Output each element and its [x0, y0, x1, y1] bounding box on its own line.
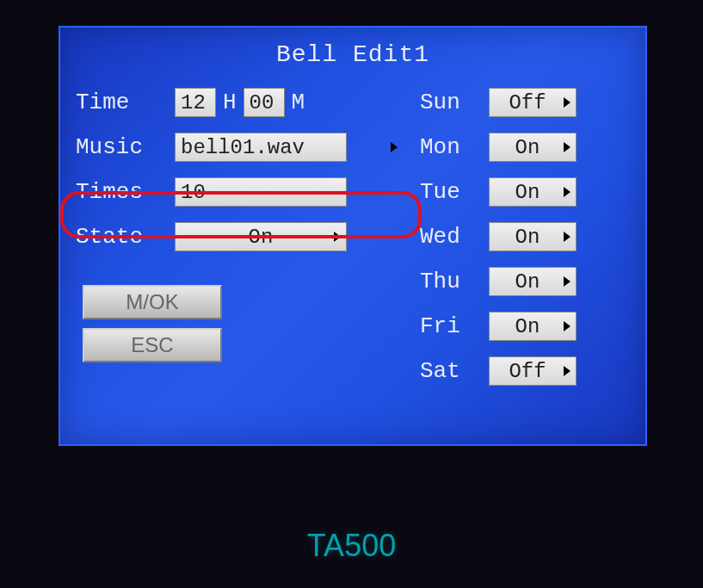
bell-edit-screen: Bell Edit1 Time 12 H 00 M Music bell01.w… — [59, 26, 647, 446]
time-label: Time — [76, 90, 175, 115]
day-label: Thu — [420, 269, 489, 294]
day-label: Sat — [420, 358, 489, 384]
day-row-wed: Wed On — [420, 214, 630, 259]
chevron-right-icon — [564, 232, 570, 242]
state-value: On — [249, 226, 274, 249]
day-label: Wed — [420, 224, 489, 250]
day-row-mon: Mon On — [420, 125, 630, 170]
day-value: On — [515, 136, 540, 159]
state-row: State On — [76, 214, 403, 259]
day-value: On — [515, 181, 540, 204]
day-toggle-thu[interactable]: On — [489, 267, 577, 296]
day-toggle-fri[interactable]: On — [489, 312, 577, 341]
day-toggle-mon[interactable]: On — [489, 133, 577, 162]
page-title: Bell Edit1 — [60, 28, 645, 80]
day-label: Sun — [420, 90, 489, 115]
minute-input[interactable]: 00 — [244, 88, 285, 117]
state-label: State — [76, 224, 175, 250]
ok-button[interactable]: M/OK — [83, 285, 222, 319]
state-dropdown[interactable]: On — [175, 222, 347, 251]
day-value: On — [515, 270, 540, 294]
device-model-label: TA500 — [0, 528, 703, 564]
day-value: Off — [509, 360, 546, 383]
hour-unit-label: H — [223, 90, 237, 115]
times-label: Times — [76, 179, 175, 205]
content-area: Time 12 H 00 M Music bell01.wav Times 10… — [60, 80, 645, 393]
time-row: Time 12 H 00 M — [76, 80, 403, 125]
chevron-right-icon — [564, 321, 570, 331]
day-value: On — [515, 226, 540, 249]
day-row-thu: Thu On — [420, 259, 630, 304]
button-group: M/OK ESC — [76, 285, 403, 362]
day-value: Off — [509, 91, 546, 115]
day-toggle-sun[interactable]: Off — [489, 88, 577, 117]
chevron-right-icon — [564, 366, 570, 376]
esc-button[interactable]: ESC — [83, 328, 222, 362]
chevron-right-icon — [564, 276, 570, 287]
left-column: Time 12 H 00 M Music bell01.wav Times 10… — [76, 80, 403, 393]
minute-unit-label: M — [292, 90, 305, 115]
music-value: bell01.wav — [181, 136, 305, 159]
chevron-right-icon — [564, 187, 570, 197]
day-value: On — [515, 315, 540, 338]
music-dropdown[interactable]: bell01.wav — [175, 133, 347, 162]
day-row-tue: Tue On — [420, 170, 630, 214]
music-label: Music — [76, 134, 175, 160]
day-label: Tue — [420, 179, 489, 205]
times-input[interactable]: 10 — [175, 177, 347, 207]
day-label: Mon — [420, 134, 489, 160]
day-row-fri: Fri On — [420, 304, 630, 349]
times-row: Times 10 — [76, 170, 403, 214]
chevron-right-icon — [334, 232, 341, 242]
days-column: Sun Off Mon On Tue On — [420, 80, 630, 393]
chevron-right-icon — [564, 142, 570, 152]
day-row-sun: Sun Off — [420, 80, 630, 125]
music-row: Music bell01.wav — [76, 125, 403, 170]
day-toggle-tue[interactable]: On — [489, 177, 577, 207]
chevron-right-icon — [391, 142, 398, 152]
day-label: Fri — [420, 313, 489, 339]
chevron-right-icon — [564, 97, 570, 108]
day-row-sat: Sat Off — [420, 349, 630, 393]
day-toggle-wed[interactable]: On — [489, 222, 577, 251]
hour-input[interactable]: 12 — [175, 88, 216, 117]
day-toggle-sat[interactable]: Off — [489, 356, 577, 386]
